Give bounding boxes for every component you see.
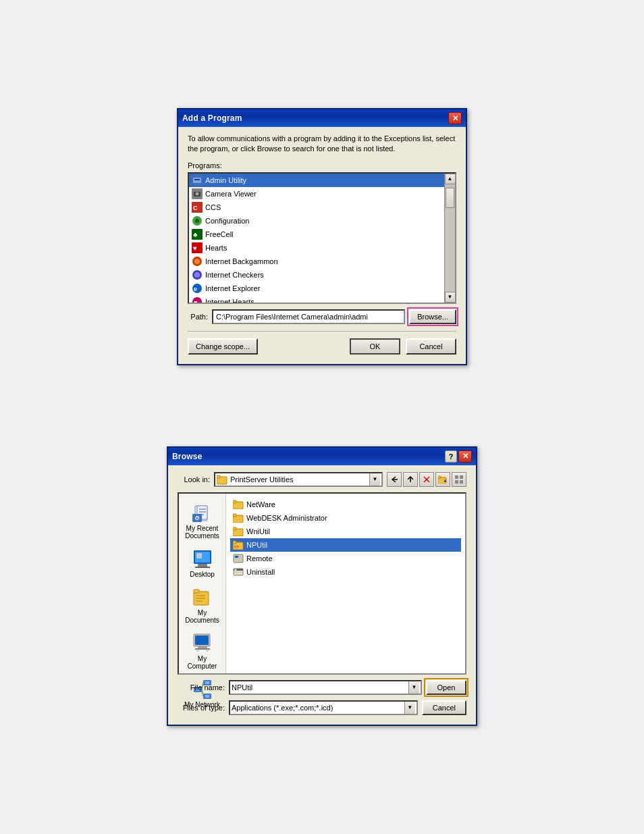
svg-rect-77 <box>235 556 238 558</box>
scroll-up-btn[interactable]: ▲ <box>445 174 456 184</box>
list-item-admin-utility[interactable]: Admin Utility <box>189 174 444 187</box>
file-item-remote[interactable]: Remote <box>230 552 461 565</box>
open-button[interactable]: Open <box>426 680 466 695</box>
my-computer-icon <box>192 632 213 654</box>
sidebar-item-computer[interactable]: My Computer <box>181 629 224 673</box>
list-item-label: Internet Explorer <box>205 284 260 292</box>
svg-rect-74 <box>233 541 236 544</box>
files-type-dropdown[interactable]: ▼ <box>404 702 415 714</box>
internet-explorer-icon: e <box>192 283 203 294</box>
browse-title: Browse <box>172 452 203 461</box>
add-program-titlebar: Add a Program ✕ <box>178 109 466 127</box>
browse-main-area: ⏱ My Recent Documents <box>178 492 466 675</box>
list-item-label: Internet Backgammon <box>205 257 278 265</box>
look-in-value: PrintServer Utilities <box>230 475 369 484</box>
file-item-webdesk[interactable]: WebDESK Administrator <box>230 511 461 525</box>
list-item-camera-viewer[interactable]: Camera Viewer <box>189 187 444 201</box>
views-btn[interactable] <box>452 472 466 487</box>
views-icon <box>455 475 463 484</box>
scroll-thumb[interactable] <box>446 188 454 208</box>
svg-rect-51 <box>196 598 205 599</box>
add-program-footer: Change scope... OK Cancel <box>188 331 456 355</box>
programs-list-inner[interactable]: Admin Utility Camera Viewer C <box>189 174 444 303</box>
svg-rect-35 <box>460 480 463 484</box>
list-item-ccs[interactable]: C CCS <box>189 201 444 214</box>
add-program-title-buttons: ✕ <box>448 112 462 124</box>
new-folder-icon: + <box>438 475 448 484</box>
back-icon <box>390 475 398 484</box>
svg-text:+: + <box>444 478 447 484</box>
desktop-label: Desktop <box>190 571 215 578</box>
files-type-select[interactable]: Applications (*.exe;*.com;*.icd) ▼ <box>229 700 418 715</box>
file-item-uninstall[interactable]: ▦ Uninstall <box>230 565 461 579</box>
svg-text:♥: ♥ <box>193 244 197 252</box>
filename-input-wrapper[interactable]: NPUtil ▼ <box>229 680 422 695</box>
programs-scrollbar[interactable]: ▲ ▼ <box>444 174 455 303</box>
svg-rect-72 <box>233 527 236 530</box>
path-input[interactable] <box>212 309 405 324</box>
change-scope-button[interactable]: Change scope... <box>188 338 258 355</box>
programs-listbox[interactable]: Admin Utility Camera Viewer C <box>188 172 456 304</box>
up-icon <box>406 475 414 484</box>
wniutil-folder-icon <box>233 526 244 537</box>
list-item-internet-backgammon[interactable]: Internet Backgammon <box>189 255 444 268</box>
filename-value: NPUtil <box>232 683 408 692</box>
cancel-button[interactable]: Cancel <box>406 338 456 355</box>
browse-file-list[interactable]: NetWare WebDESK Administrator <box>226 494 465 673</box>
list-item-label: Configuration <box>205 217 249 225</box>
svg-rect-68 <box>233 500 236 503</box>
svg-rect-47 <box>196 553 202 558</box>
file-item-wniutil[interactable]: WniUtil <box>230 525 461 538</box>
file-item-netware[interactable]: NetWare <box>230 498 461 511</box>
scroll-down-btn[interactable]: ▼ <box>445 292 456 303</box>
list-item-internet-hearts[interactable]: ♥ Internet Hearts <box>189 295 444 303</box>
list-item-label: FreeCell <box>205 230 234 238</box>
add-program-body: To allow communications with a program b… <box>178 127 466 364</box>
nputil-icon: >> <box>233 540 244 550</box>
files-type-value: Applications (*.exe;*.com;*.icd) <box>232 704 404 712</box>
svg-rect-2 <box>194 179 200 180</box>
sidebar-item-desktop[interactable]: Desktop <box>181 545 224 581</box>
browse-button[interactable]: Browse... <box>409 309 456 324</box>
my-computer-label: My Computer <box>184 655 221 670</box>
folder-icon <box>217 474 227 485</box>
recent-docs-icon: ⏱ <box>192 502 213 523</box>
list-item-freecell[interactable]: ♣ FreeCell <box>189 228 444 241</box>
svg-rect-55 <box>198 646 207 648</box>
sidebar-item-documents[interactable]: My Documents <box>181 583 224 627</box>
list-item-internet-checkers[interactable]: Internet Checkers <box>189 268 444 282</box>
back-btn[interactable] <box>387 472 402 487</box>
svg-rect-64 <box>205 695 209 698</box>
svg-text:♥: ♥ <box>194 299 197 303</box>
browse-close-button[interactable]: ✕ <box>458 450 472 463</box>
browse-help-button[interactable]: ? <box>445 450 457 463</box>
new-folder-btn[interactable]: + <box>435 472 450 487</box>
file-item-nputil[interactable]: >> NPUtil <box>230 538 461 552</box>
svg-text:▦: ▦ <box>234 568 237 571</box>
look-in-select[interactable]: PrintServer Utilities ▼ <box>214 472 383 487</box>
delete-btn[interactable] <box>419 472 434 487</box>
list-item-label: Camera Viewer <box>205 190 257 198</box>
list-item-internet-explorer[interactable]: e Internet Explorer <box>189 282 444 295</box>
svg-point-17 <box>194 272 200 278</box>
browse-dialog: Browse ? ✕ Look in: PrintServer Utilitie… <box>167 446 477 726</box>
webdesk-folder-icon <box>233 513 244 523</box>
delete-icon <box>423 475 431 484</box>
list-item-hearts[interactable]: ♥ Hearts <box>189 241 444 255</box>
add-program-title: Add a Program <box>182 113 242 123</box>
list-item-label: Admin Utility <box>205 176 246 184</box>
list-item-configuration[interactable]: Configuration <box>189 214 444 228</box>
svg-rect-25 <box>217 475 220 478</box>
ok-button[interactable]: OK <box>350 338 400 355</box>
sidebar-item-recent[interactable]: ⏱ My Recent Documents <box>181 499 224 542</box>
look-in-dropdown-arrow[interactable]: ▼ <box>369 473 380 486</box>
look-in-row: Look in: PrintServer Utilities ▼ <box>178 472 466 487</box>
scroll-track[interactable] <box>445 184 455 292</box>
browse-cancel-button[interactable]: Cancel <box>422 700 466 715</box>
svg-rect-52 <box>196 600 203 602</box>
browse-title-buttons: ? ✕ <box>445 450 472 463</box>
filename-dropdown[interactable]: ▼ <box>408 681 419 694</box>
freecell-icon: ♣ <box>192 229 203 240</box>
add-program-close-button[interactable]: ✕ <box>448 112 462 124</box>
up-btn[interactable] <box>403 472 418 487</box>
